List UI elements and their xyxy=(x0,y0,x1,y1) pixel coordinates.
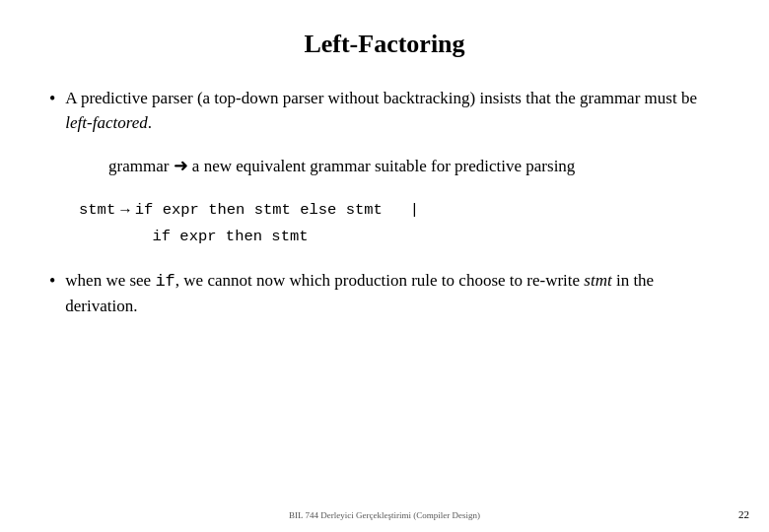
footer-text: BIL 744 Derleyici Gerçekleştirimi (Compi… xyxy=(0,510,769,520)
code-if-1: if xyxy=(135,197,154,223)
bullet-text-1: A predictive parser (a top-down parser w… xyxy=(65,87,720,135)
code-expr-1: expr xyxy=(153,197,208,223)
code-arrow-1: → xyxy=(117,197,133,223)
bullet-section-1: • A predictive parser (a top-down parser… xyxy=(49,87,720,135)
bullet-dot-1: • xyxy=(49,89,55,109)
transform-arrow: ➜ xyxy=(174,156,188,175)
bullet-section-2: • when we see if, we cannot now which pr… xyxy=(49,269,720,318)
italic-stmt: stmt xyxy=(584,271,611,290)
code-block: stmt→if expr then stmt else stmt | if ex… xyxy=(79,197,720,249)
page-number: 22 xyxy=(738,508,749,520)
slide-container: Left-Factoring • A predictive parser (a … xyxy=(0,0,769,532)
bullet-item-1: • A predictive parser (a top-down parser… xyxy=(49,87,720,135)
grammar-transform-line: grammar ➜ a new equivalent grammar suita… xyxy=(108,153,720,179)
bullet-item-2: • when we see if, we cannot now which pr… xyxy=(49,269,720,318)
code-stmt-4: stmt xyxy=(262,224,309,249)
code-line-1: stmt→if expr then stmt else stmt | xyxy=(79,197,720,223)
code-if-2: if xyxy=(152,224,171,249)
grammar-description: a new equivalent grammar suitable for pr… xyxy=(188,157,576,175)
italic-left-factored: left-factored xyxy=(65,113,147,132)
code-stmt-2: stmt xyxy=(245,197,300,223)
code-expr-2: expr xyxy=(171,224,226,249)
code-stmt-1: stmt xyxy=(79,197,115,223)
grammar-label: grammar xyxy=(108,157,174,175)
code-indent xyxy=(79,224,152,249)
code-then-1: then xyxy=(208,197,245,223)
code-else-1: else xyxy=(300,197,336,223)
code-stmt-3: stmt | xyxy=(336,197,419,223)
slide-title: Left-Factoring xyxy=(49,30,720,59)
bullet-text-2: when we see if, we cannot now which prod… xyxy=(65,269,720,318)
inline-code-if: if xyxy=(155,272,175,291)
code-line-2: if expr then stmt xyxy=(79,224,720,249)
code-then-2: then xyxy=(226,224,262,249)
bullet-dot-2: • xyxy=(49,271,55,292)
